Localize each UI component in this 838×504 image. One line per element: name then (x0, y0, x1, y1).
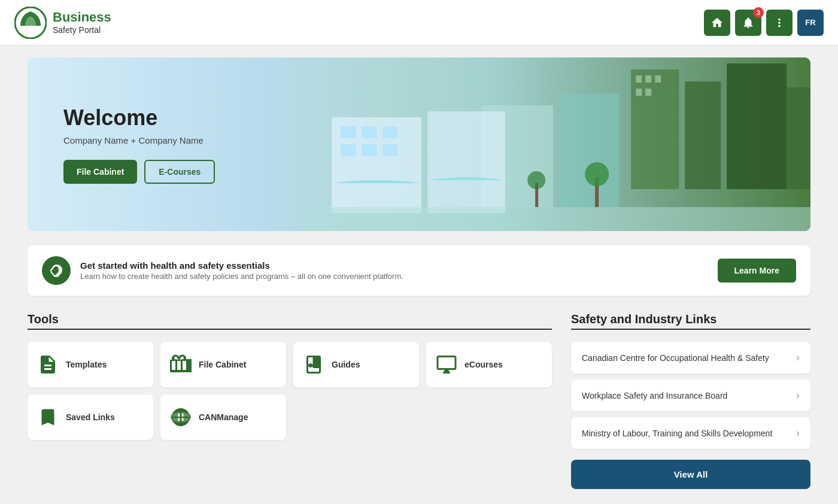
bell-icon (742, 16, 755, 29)
safety-link-wsib[interactable]: Workplace Safety and Insurance Board › (571, 379, 810, 411)
saved-links-icon (37, 406, 59, 428)
file-cabinet-label: File Cabinet (199, 360, 246, 369)
safety-link-ccohs[interactable]: Canadian Centre for Occupational Health … (571, 342, 810, 374)
svg-rect-5 (787, 87, 810, 189)
safety-link-mol-label: Ministry of Labour, Training and Skills … (582, 429, 772, 438)
hero-subtitle: Company Name + Company Name (63, 135, 215, 145)
tools-section-title: Tools (28, 312, 552, 326)
language-toggle[interactable]: FR (797, 10, 824, 36)
home-button[interactable] (704, 10, 730, 36)
logo-business: Business (53, 10, 111, 25)
notification-button[interactable]: 3 (735, 10, 761, 36)
saved-links-label: Saved Links (66, 412, 115, 422)
chevron-right-icon-wsib: › (796, 389, 800, 402)
guides-label: Guides (332, 360, 360, 369)
svg-point-16 (585, 162, 609, 186)
learn-more-button[interactable]: Learn More (718, 259, 796, 283)
svg-rect-9 (636, 89, 642, 96)
tool-card-file-cabinet[interactable]: File Cabinet (160, 342, 286, 387)
header: Business Safety Portal 3 FR (0, 0, 838, 45)
svg-rect-21 (362, 126, 377, 138)
svg-rect-25 (382, 144, 397, 156)
svg-rect-24 (362, 144, 377, 156)
view-all-button[interactable]: View All (571, 460, 810, 489)
file-cabinet-hero-button[interactable]: File Cabinet (63, 160, 137, 184)
tools-divider (28, 329, 552, 330)
logo-area: Business Safety Portal (14, 7, 111, 39)
logo-subtitle: Safety Portal (53, 25, 111, 35)
rocket-svg (49, 263, 63, 278)
tool-card-canmanage[interactable]: CANManage (160, 394, 286, 440)
info-bar-body: Learn how to create health and safety po… (80, 272, 403, 281)
logo-icon (14, 7, 47, 39)
svg-rect-14 (427, 111, 505, 213)
svg-rect-2 (631, 69, 679, 189)
info-bar-text: Get started with health and safety essen… (80, 260, 403, 281)
welcome-heading: Welcome (63, 105, 215, 130)
tool-grid-row1: Templates File Cabinet Guides (28, 342, 552, 387)
ecourses-icon (436, 354, 457, 375)
hero-content: Welcome Company Name + Company Name File… (28, 81, 251, 208)
canmanage-label: CANManage (199, 412, 248, 422)
safety-links-section: Safety and Industry Links Canadian Centr… (571, 312, 810, 489)
svg-rect-6 (636, 75, 642, 83)
svg-rect-19 (302, 207, 810, 231)
svg-rect-12 (559, 93, 619, 207)
rocket-icon (42, 256, 71, 285)
hero-banner: Welcome Company Name + Company Name File… (28, 57, 810, 231)
chevron-right-icon-mol: › (796, 427, 800, 439)
svg-rect-20 (341, 126, 356, 138)
svg-rect-22 (382, 126, 397, 138)
svg-rect-23 (341, 144, 356, 156)
main-content: Welcome Company Name + Company Name File… (18, 45, 820, 501)
svg-rect-8 (655, 75, 661, 83)
tool-card-guides[interactable]: Guides (293, 342, 419, 387)
chevron-right-icon-ccohs: › (796, 351, 800, 364)
safety-link-mol[interactable]: Ministry of Labour, Training and Skills … (571, 417, 810, 449)
svg-rect-10 (645, 89, 651, 96)
safety-links-title: Safety and Industry Links (571, 312, 810, 326)
ecourses-label: eCourses (464, 360, 503, 369)
safety-link-wsib-label: Workplace Safety and Insurance Board (582, 391, 727, 400)
file-cabinet-icon (170, 354, 192, 375)
info-bar-left: Get started with health and safety essen… (42, 256, 403, 285)
svg-rect-7 (645, 75, 651, 83)
tool-card-ecourses[interactable]: eCourses (426, 342, 552, 387)
templates-icon (37, 354, 59, 375)
info-bar: Get started with health and safety essen… (28, 245, 810, 296)
tool-card-templates[interactable]: Templates (28, 342, 153, 387)
tool-grid-row2: Saved Links CANManage (28, 394, 552, 440)
canmanage-icon (170, 406, 192, 428)
svg-rect-4 (727, 63, 787, 189)
home-icon (711, 16, 724, 29)
tool-card-saved-links[interactable]: Saved Links (28, 394, 153, 440)
templates-label: Templates (66, 360, 107, 369)
guides-icon (303, 354, 324, 375)
svg-rect-3 (685, 81, 721, 189)
dots-icon (773, 16, 786, 29)
logo-text: Business Safety Portal (53, 10, 111, 35)
svg-point-18 (527, 171, 545, 189)
header-actions: 3 FR (704, 10, 824, 36)
safety-link-ccohs-label: Canadian Centre for Occupational Health … (582, 353, 769, 363)
ecourses-hero-button[interactable]: E-Courses (144, 160, 215, 184)
notification-badge: 3 (753, 7, 764, 18)
two-col-layout: Tools Templates File Cabinet (28, 312, 810, 489)
menu-button[interactable] (766, 10, 793, 36)
info-bar-heading: Get started with health and safety essen… (80, 260, 403, 271)
hero-buttons: File Cabinet E-Courses (63, 160, 215, 184)
tools-section: Tools Templates File Cabinet (28, 312, 552, 440)
city-illustration (302, 57, 810, 231)
safety-links-divider (571, 329, 810, 330)
